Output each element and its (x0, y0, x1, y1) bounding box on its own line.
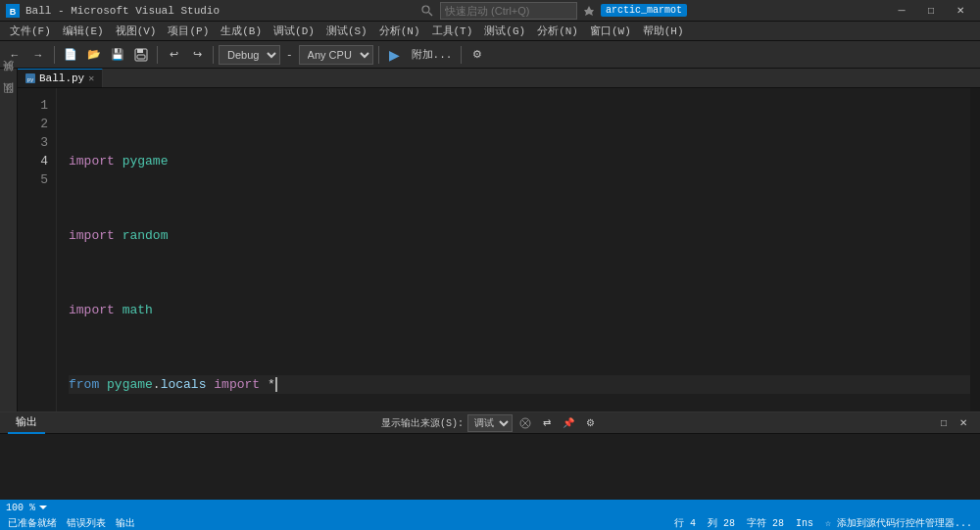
toolbar-save-all-btn[interactable] (130, 44, 152, 66)
status-char[interactable]: 字符 28 (747, 516, 784, 530)
zoom-bar: 100 % (0, 500, 980, 515)
module-math: math (122, 303, 153, 317)
toolbar-new-btn[interactable]: 📄 (60, 44, 81, 66)
search-area: arctic_marmot (420, 2, 687, 20)
title-bar-left: B Ball - Microsoft Visual Studio (6, 4, 220, 18)
toolbar-forward-btn[interactable]: → (27, 44, 49, 66)
status-ready: 已准备就绪 (8, 516, 57, 530)
menu-file[interactable]: 文件(F) (4, 22, 57, 41)
line-numbers: 1 2 3 4 5 (18, 88, 57, 411)
code-line-2: import random (69, 226, 970, 245)
debug-config-select[interactable]: Debug (219, 45, 280, 65)
toolbar-open-btn[interactable]: 📂 (83, 44, 105, 66)
python-file-icon: py (25, 73, 35, 83)
toolbar-save-btn[interactable]: 💾 (107, 44, 128, 66)
status-right: 行 4 列 28 字符 28 Ins ☆ 添加到源代码行控件管理器... (674, 516, 972, 530)
wildcard-sym: * (268, 377, 275, 392)
status-output-link[interactable]: 输出 (116, 516, 135, 530)
keyword-import-2: import (69, 228, 115, 243)
module-pygame: pygame (122, 154, 169, 169)
output-float-btn[interactable]: □ (935, 414, 953, 432)
output-close-btn[interactable]: ✕ (955, 414, 972, 432)
menu-help[interactable]: 帮助(H) (637, 22, 690, 41)
menu-debug[interactable]: 调试(D) (268, 22, 320, 41)
keyword-from: from (69, 377, 99, 392)
toolbar-back-btn[interactable]: ← (4, 44, 25, 66)
toolbar: ← → 📄 📂 💾 ↩ ↪ Debug - Any CPU ▶ 附加... ⚙ (0, 41, 980, 69)
right-scrollbar[interactable] (970, 88, 980, 411)
status-col[interactable]: 列 28 (708, 516, 735, 530)
keyword-import-3: import (69, 303, 115, 317)
space-1 (115, 154, 122, 169)
menu-analyze[interactable]: 分析(N) (373, 22, 426, 41)
menu-test2[interactable]: 测试(G) (478, 22, 531, 41)
explorer-icon[interactable]: 解决 (1, 72, 17, 88)
svg-rect-5 (137, 49, 143, 53)
zoom-level[interactable]: 100 % (6, 503, 35, 513)
keyword-import-1: import (69, 154, 115, 169)
main-layout: 解决 团队 py Ball.py ✕ 1 2 3 4 5 (0, 69, 980, 411)
toolbar-sep5 (461, 46, 462, 64)
space-2 (115, 228, 122, 243)
status-left: 已准备就绪 错误列表 输出 (8, 516, 135, 530)
menu-build[interactable]: 生成(B) (215, 22, 268, 41)
status-line[interactable]: 行 4 (674, 516, 696, 530)
menu-window[interactable]: 窗口(W) (584, 22, 637, 41)
zoom-level-area: 100 % (6, 503, 47, 513)
keyword-import-4: import (214, 377, 260, 392)
menu-analyze2[interactable]: 分析(N) (531, 22, 584, 41)
output-clear-btn[interactable] (516, 414, 534, 432)
output-word-wrap-btn[interactable]: ⇄ (538, 414, 556, 432)
quick-search-input[interactable] (440, 2, 577, 20)
search-icon (420, 4, 434, 18)
maximize-button[interactable]: □ (917, 2, 945, 20)
code-editor[interactable]: 1 2 3 4 5 import pygame import random im… (18, 88, 980, 411)
menu-edit[interactable]: 编辑(E) (57, 22, 110, 41)
title-bar-controls: ─ □ ✕ (888, 2, 974, 20)
line-number-3: 3 (40, 133, 48, 152)
toolbar-sep4 (378, 46, 379, 64)
svg-marker-12 (39, 506, 47, 509)
toolbar-redo-btn[interactable]: ↪ (186, 44, 208, 66)
svg-point-2 (422, 6, 429, 13)
line-number-5: 5 (40, 170, 48, 189)
tab-bar: py Ball.py ✕ (18, 69, 980, 88)
output-pin-btn[interactable]: 📌 (560, 414, 577, 432)
title-bar: B Ball - Microsoft Visual Studio arctic_… (0, 0, 980, 22)
window-title: Ball - Microsoft Visual Studio (25, 5, 220, 17)
close-button[interactable]: ✕ (947, 2, 974, 20)
line-number-4: 4 (40, 152, 48, 170)
status-ins[interactable]: Ins (796, 518, 813, 529)
svg-text:py: py (27, 76, 33, 82)
tab-output[interactable]: 输出 (8, 412, 45, 434)
tab-close-btn[interactable]: ✕ (88, 72, 94, 84)
play-button[interactable]: ▶ (384, 44, 406, 66)
status-error-list[interactable]: 错误列表 (67, 516, 106, 530)
minimize-button[interactable]: ─ (888, 2, 915, 20)
platform-select[interactable]: Any CPU (299, 45, 373, 65)
toolbar-sep2 (157, 46, 158, 64)
status-source-control[interactable]: ☆ 添加到源代码行控件管理器... (825, 516, 972, 530)
team-explorer-icon[interactable]: 团队 (1, 94, 17, 110)
tab-ball-py[interactable]: py Ball.py ✕ (18, 69, 103, 87)
menu-view[interactable]: 视图(V) (110, 22, 163, 41)
menu-project[interactable]: 项目(P) (162, 22, 215, 41)
dot-1: . (153, 377, 161, 392)
module-pygame-dot: pygame (107, 377, 153, 392)
line-number-1: 1 (40, 96, 48, 115)
activity-bar: 解决 团队 (0, 69, 18, 411)
user-badge[interactable]: arctic_marmot (601, 4, 687, 17)
output-source-select[interactable]: 调试 (467, 414, 513, 432)
space-3 (115, 303, 122, 317)
output-more-btn[interactable]: ⚙ (581, 414, 599, 432)
toolbar-sep1 (54, 46, 55, 64)
output-controls: 显示输出来源(S): 调试 ⇄ 📌 ⚙ (381, 414, 599, 432)
output-source-label: 显示输出来源(S): (381, 416, 464, 430)
svg-rect-6 (137, 55, 145, 59)
code-content[interactable]: import pygame import random import math … (57, 88, 970, 411)
menu-tools[interactable]: 工具(T) (426, 22, 479, 41)
space-4a (99, 377, 107, 392)
menu-test[interactable]: 测试(S) (320, 22, 373, 41)
toolbar-undo-btn[interactable]: ↩ (163, 44, 184, 66)
toolbar-extra-btn[interactable]: ⚙ (466, 44, 488, 66)
